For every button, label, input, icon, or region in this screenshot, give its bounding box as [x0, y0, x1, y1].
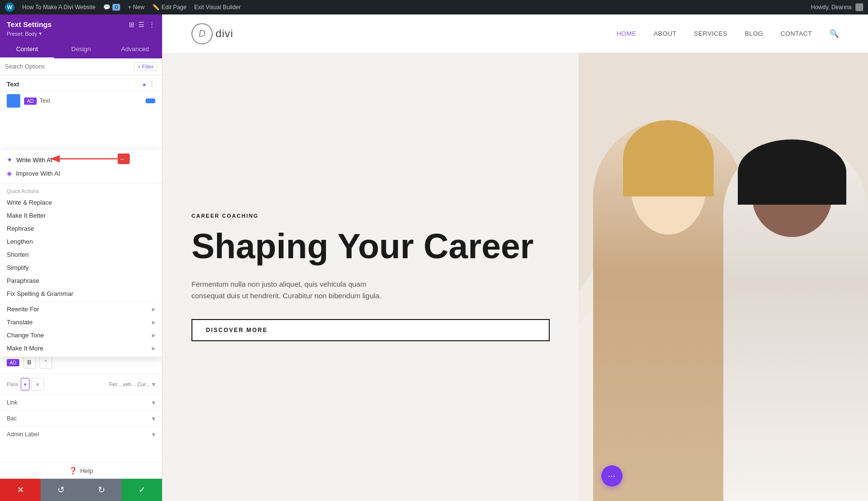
ad-module-tag: AD [7, 359, 19, 366]
search-input[interactable] [5, 63, 131, 70]
help-row[interactable]: ❓ Help [0, 462, 162, 478]
translate-item[interactable]: Translate ▶ [7, 316, 156, 329]
para-right: Fer... veh... Cur... ▾ [109, 380, 155, 388]
nav-home[interactable]: HOME [617, 30, 637, 37]
admin-label-text: Admin Label [7, 431, 39, 438]
simplify-item[interactable]: Simplify [7, 261, 156, 274]
paraphrase-item[interactable]: Paraphrase [7, 274, 156, 287]
more-icon[interactable]: ⋮ [149, 21, 155, 28]
logo-text: divi [216, 28, 233, 40]
figure-left [593, 120, 744, 501]
ai-para-btn[interactable]: ✦ [21, 378, 29, 390]
ai-dropdown: ✦ Write With AI ← [0, 150, 162, 357]
ai-header: ✦ Write With AI ← [0, 150, 162, 183]
sidebar-content: Text ▴ ⋮ AD Text [0, 75, 162, 462]
preset-row[interactable]: Preset: Body ▾ [7, 30, 155, 37]
help-text: Help [80, 467, 93, 474]
nav-blog[interactable]: BLOG [745, 30, 763, 37]
red-arrow-svg: ← [45, 152, 132, 166]
layout-icon[interactable]: ☰ [138, 21, 145, 28]
link-collapse-icon: ▾ [152, 399, 155, 406]
site-name-link[interactable]: How To Make A Divi Website [22, 4, 95, 11]
blue-button[interactable] [146, 98, 155, 103]
color-swatch[interactable] [7, 94, 20, 108]
right-content: D divi HOME ABOUT SERVICES BLOG CONTACT … [163, 14, 868, 501]
search-nav-icon[interactable]: 🔍 [829, 29, 839, 38]
undo-button[interactable]: ↺ [41, 479, 81, 501]
svg-text:←: ← [119, 155, 125, 163]
chevron-right-icon-3: ▶ [152, 333, 156, 338]
sidebar-title: Text Settings [7, 20, 52, 28]
para-collapse-icon: ▾ [152, 380, 155, 388]
comment-count[interactable]: 💬 0 [103, 4, 120, 11]
sidebar-tabs: Content Design Advanced [0, 41, 162, 58]
main-layout: Text Settings ⊞ ☰ ⋮ Preset: Body ▾ Conte… [0, 14, 868, 501]
nav-services[interactable]: SERVICES [694, 30, 728, 37]
change-tone-item[interactable]: Change Tone ▶ [7, 329, 156, 342]
text-tag-label: Text [40, 97, 50, 104]
more-section-icon[interactable]: ⋮ [149, 80, 155, 88]
save-button[interactable]: ✓ [122, 479, 162, 501]
para-section-inner: Para ✦ ≡ [7, 378, 44, 390]
collapse-icon[interactable]: ▴ [143, 81, 146, 87]
exit-visual-builder[interactable]: Exit Visual Builder [194, 4, 241, 11]
admin-label-section[interactable]: Admin Label ▾ [0, 426, 162, 442]
site-logo: D divi [191, 23, 233, 44]
hero-figures [579, 120, 868, 501]
improve-with-ai-item[interactable]: ◈ Improve With AI [7, 167, 156, 180]
chevron-right-icon-4: ▶ [152, 346, 156, 351]
admin-bar-right: Howdy, Deanna [811, 3, 864, 11]
floating-action-button[interactable]: ··· [601, 465, 623, 487]
tab-content[interactable]: Content [0, 41, 54, 58]
cancel-button[interactable]: ✕ [0, 479, 41, 501]
site-navbar: D divi HOME ABOUT SERVICES BLOG CONTACT … [163, 14, 868, 53]
hero-overline: CAREER COACHING [191, 213, 550, 219]
new-post-link[interactable]: + New [128, 4, 144, 11]
rewrite-for-item[interactable]: Rewrite For ▶ [7, 303, 156, 316]
hero-right [579, 53, 868, 501]
settings-icon[interactable]: ⊞ [129, 21, 135, 28]
separator [7, 301, 156, 302]
left-sidebar: Text Settings ⊞ ☰ ⋮ Preset: Body ▾ Conte… [0, 14, 163, 501]
content-snippet: Fer... veh... Cur... [109, 381, 150, 387]
fix-spelling-item[interactable]: Fix Spelling & Grammar [7, 287, 156, 300]
para-icons: ✦ ≡ [21, 378, 44, 390]
hero-title: Shaping Your Career [191, 228, 550, 265]
figure-right [723, 139, 868, 501]
para-btn-2[interactable]: ≡ [31, 378, 44, 390]
body-controls: AD B " [7, 356, 155, 369]
bold-icon-btn[interactable]: B [23, 356, 36, 369]
ai-improve-icon: ◈ [7, 169, 12, 177]
quote-icon-btn[interactable]: " [40, 356, 52, 369]
ad-tag: AD [24, 97, 37, 105]
link-section[interactable]: Link ▾ [0, 394, 162, 410]
rephrase-item[interactable]: Rephrase [7, 222, 156, 235]
filter-button[interactable]: + Filter [134, 62, 157, 71]
write-replace-item[interactable]: Write & Replace [7, 196, 156, 209]
link-label: Link [7, 399, 17, 406]
hero-description: Fermentum nulla non justo aliquet, quis … [191, 278, 394, 302]
nav-contact[interactable]: CONTACT [781, 30, 812, 37]
background-section[interactable]: Bac ▾ [0, 410, 162, 426]
redo-button[interactable]: ↻ [81, 479, 122, 501]
text-section-header: Text ▴ ⋮ [0, 75, 162, 91]
shorten-item[interactable]: Shorten [7, 248, 156, 261]
hero-section: CAREER COACHING Shaping Your Career Ferm… [163, 53, 868, 501]
make-it-more-item[interactable]: Make It More ▶ [7, 342, 156, 355]
background-label: Bac [7, 415, 17, 422]
nav-about[interactable]: ABOUT [654, 30, 677, 37]
wp-logo-icon[interactable]: W [5, 2, 14, 12]
hero-image-background [579, 53, 868, 501]
discover-more-button[interactable]: DISCOVER MORE [191, 319, 550, 341]
tab-design[interactable]: Design [54, 41, 108, 58]
text-section-title: Text [7, 81, 19, 88]
edit-page-link[interactable]: ✏️ Edit Page [152, 4, 187, 11]
tab-advanced[interactable]: Advanced [108, 41, 162, 58]
lengthen-item[interactable]: Lengthen [7, 235, 156, 248]
para-section[interactable]: Para ✦ ≡ Fer... veh... Cur... ▾ [0, 374, 162, 394]
hero-left: CAREER COACHING Shaping Your Career Ferm… [163, 53, 579, 501]
quick-actions-section: Quick Actions Write & Replace Make It Be… [0, 183, 162, 357]
write-with-ai-item[interactable]: ✦ Write With AI ← [7, 153, 156, 167]
make-it-better-item[interactable]: Make It Better [7, 209, 156, 222]
quick-actions-label: Quick Actions [7, 185, 156, 196]
